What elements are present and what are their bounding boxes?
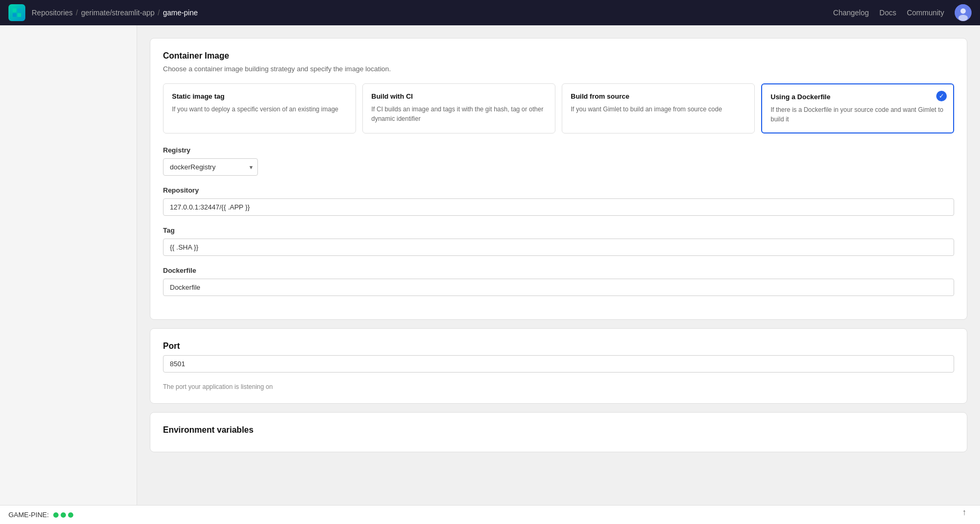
registry-select-wrapper: dockerRegistry ecr gcr acr ▾ — [163, 158, 258, 176]
breadcrumb-current: game-pine — [163, 8, 198, 17]
port-hint: The port your application is listening o… — [163, 383, 954, 390]
breadcrumb-sep-2: / — [158, 8, 160, 17]
strategy-source-title: Build from source — [571, 92, 746, 100]
registry-field: Registry dockerRegistry ecr gcr acr ▾ — [163, 146, 954, 176]
top-navigation: Repositories / gerimate/streamlit-app / … — [0, 0, 980, 25]
strategy-dockerfile-desc: If there is a Dockerfile in your source … — [771, 105, 945, 124]
svg-point-6 — [958, 15, 968, 21]
repository-label: Repository — [163, 186, 954, 194]
port-title: Port — [163, 341, 954, 351]
strategy-static-image-tag[interactable]: Static image tag If you want to deploy a… — [163, 83, 356, 134]
main-content: Container Image Choose a container image… — [137, 25, 980, 524]
status-app-name: GAME-PINE: — [8, 511, 49, 519]
strategy-selected-check: ✓ — [936, 91, 947, 101]
strategy-ci-desc: If CI builds an image and tags it with t… — [371, 104, 546, 123]
status-dot-1 — [53, 512, 59, 518]
container-image-title: Container Image — [163, 51, 954, 61]
strategy-build-ci[interactable]: Build with CI If CI builds an image and … — [362, 83, 555, 134]
dockerfile-field: Dockerfile — [163, 266, 954, 296]
tag-label: Tag — [163, 226, 954, 234]
strategy-source-desc: If you want Gimlet to build an image fro… — [571, 104, 746, 114]
env-vars-card: Environment variables — [150, 412, 967, 452]
registry-label: Registry — [163, 146, 954, 154]
env-vars-title: Environment variables — [163, 425, 954, 435]
changelog-link[interactable]: Changelog — [833, 8, 869, 17]
port-input[interactable] — [163, 355, 954, 373]
container-image-subtitle: Choose a container image building strate… — [163, 65, 954, 73]
status-bar: GAME-PINE: — [0, 505, 980, 524]
status-dots — [53, 512, 73, 518]
registry-select[interactable]: dockerRegistry ecr gcr acr — [163, 158, 258, 176]
scroll-to-top-button[interactable]: ↑ — [957, 505, 972, 520]
strategy-dockerfile[interactable]: ✓ Using a Dockerfile If there is a Docke… — [761, 83, 954, 134]
repository-field: Repository — [163, 186, 954, 216]
community-link[interactable]: Community — [907, 8, 944, 17]
tag-field: Tag — [163, 226, 954, 256]
svg-rect-3 — [17, 13, 21, 17]
dockerfile-input[interactable] — [163, 279, 954, 296]
container-image-card: Container Image Choose a container image… — [150, 38, 967, 320]
breadcrumb-sep-1: / — [76, 8, 78, 17]
dockerfile-label: Dockerfile — [163, 266, 954, 274]
svg-point-5 — [960, 8, 966, 14]
strategy-build-source[interactable]: Build from source If you want Gimlet to … — [562, 83, 755, 134]
breadcrumb-repo[interactable]: gerimate/streamlit-app — [81, 8, 155, 17]
svg-rect-0 — [13, 8, 16, 12]
strategy-ci-title: Build with CI — [371, 92, 546, 100]
svg-rect-2 — [13, 13, 16, 17]
port-card: Port The port your application is listen… — [150, 328, 967, 404]
strategy-grid: Static image tag If you want to deploy a… — [163, 83, 954, 134]
app-logo[interactable] — [8, 4, 25, 21]
strategy-static-desc: If you want to deploy a specific version… — [172, 104, 347, 114]
docs-link[interactable]: Docs — [879, 8, 896, 17]
status-dot-2 — [61, 512, 66, 518]
nav-links: Changelog Docs Community — [833, 4, 972, 21]
status-dot-3 — [68, 512, 73, 518]
svg-rect-1 — [17, 8, 21, 12]
avatar[interactable] — [955, 4, 972, 21]
strategy-static-title: Static image tag — [172, 92, 347, 100]
sidebar — [0, 25, 137, 524]
port-field — [163, 355, 954, 373]
breadcrumb-repositories[interactable]: Repositories — [32, 8, 73, 17]
strategy-dockerfile-title: Using a Dockerfile — [771, 93, 945, 101]
breadcrumb: Repositories / gerimate/streamlit-app / … — [32, 8, 833, 17]
tag-input[interactable] — [163, 239, 954, 256]
repository-input[interactable] — [163, 198, 954, 216]
